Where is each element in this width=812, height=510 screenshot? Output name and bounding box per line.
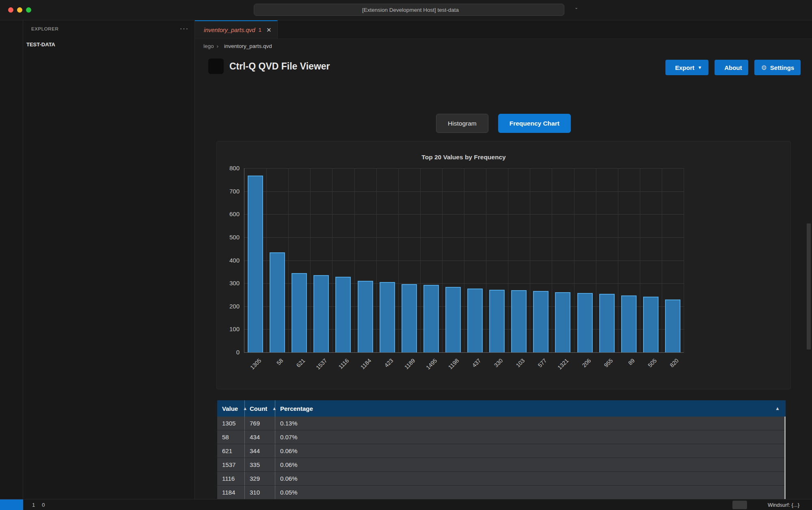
header-sort-icon[interactable]: ▲ [775,400,780,417]
column-label: Percentage [280,405,313,412]
y-tick-label: 200 [221,303,240,310]
bar-1305[interactable] [248,176,263,352]
x-tick-label: 1198 [435,357,460,382]
table-row[interactable]: 13057690.13% [217,417,786,430]
gridline-v [508,168,508,352]
table-row[interactable]: 11843100.05% [217,486,786,499]
editor-area: inventory_parts.qvd 1 ✕ lego › inventory… [195,20,812,499]
bar-621[interactable] [292,273,307,352]
warning-count: 0 [42,502,45,508]
bar-206[interactable] [577,293,593,352]
bar-820[interactable] [665,299,680,352]
about-button[interactable]: About [715,60,748,75]
table-row[interactable]: 6213440.06% [217,444,786,458]
bar-1495[interactable] [423,285,439,352]
bar-1116[interactable] [335,277,351,352]
gridline-v [684,168,684,352]
gridline-v [398,168,399,352]
gridline-v [530,168,530,352]
bar-955[interactable] [599,294,615,352]
minimize-window-button[interactable] [17,7,22,13]
bar-1198[interactable] [445,287,461,352]
column-header-percentage[interactable]: Percentage [275,400,786,417]
breadcrumb-file[interactable]: inventory_parts.qvd [224,43,272,49]
error-count: 1 [32,502,35,508]
windsurf-status[interactable]: Windsurf: {...} [768,502,799,508]
gridline-v [596,168,596,352]
gridline-v [640,168,640,352]
bar-505[interactable] [643,297,659,352]
search-text: [Extension Development Host] test-data [362,7,459,13]
editor-scrollbar[interactable] [807,224,811,349]
x-tick-label: 955 [589,357,614,382]
bar-chart [244,168,684,353]
webview-content: Ctrl-Q QVD File Viewer Export ▼ About ⚙ … [195,53,812,499]
x-tick-label: 1305 [238,357,263,382]
gridline-v [486,168,486,352]
explorer-sidebar: EXPLORER ··· TEST-DATA [23,20,195,499]
x-tick-label: 423 [369,357,394,382]
table-cell: 0.07% [275,430,786,444]
table-cell: 434 [245,430,275,444]
assistant-menu[interactable]: ⌄ [573,5,578,10]
tab-inventory-parts[interactable]: inventory_parts.qvd 1 ✕ [195,20,278,39]
y-tick-label: 500 [221,234,240,241]
gridline-v [266,168,267,352]
zoom-status-button[interactable] [732,501,747,509]
titlebar: [Extension Development Host] test-data ⌄ [0,0,812,20]
x-tick-label: 820 [655,357,680,382]
breadcrumb-folder[interactable]: lego [203,43,214,49]
settings-button[interactable]: ⚙ Settings [754,60,801,75]
gridline-v [464,168,464,352]
bar-1537[interactable] [313,275,329,352]
table-row[interactable]: 15373350.06% [217,458,786,472]
activity-bar [0,20,23,499]
x-tick-label: 505 [633,357,658,382]
gridline-v [288,168,289,352]
bar-423[interactable] [380,282,395,352]
x-tick-label: 1189 [391,357,416,382]
table-scrollbar[interactable] [784,417,786,499]
table-row[interactable]: 584340.07% [217,430,786,444]
ctrlq-logo [208,59,224,74]
close-window-button[interactable] [8,7,13,13]
close-tab-icon[interactable]: ✕ [266,26,272,34]
table-header: Value▲Count▲Percentage▲ [217,400,786,417]
table-row[interactable]: 11163290.06% [217,472,786,486]
gridline-v [354,168,355,352]
chart-title: Top 20 Values by Frequency [244,154,683,161]
bar-103[interactable] [511,290,527,352]
bar-1321[interactable] [555,292,570,352]
command-center-search[interactable]: [Extension Development Host] test-data [254,4,564,16]
maximize-window-button[interactable] [26,7,31,13]
bar-1189[interactable] [402,284,417,352]
problems-indicator[interactable]: 1 0 [23,502,45,508]
bar-58[interactable] [270,252,285,352]
table-cell: 1116 [217,472,245,485]
bar-89[interactable] [621,295,637,352]
column-header-count[interactable]: Count▲ [245,400,275,417]
workspace-section-header[interactable]: TEST-DATA [23,37,194,51]
explorer-title: EXPLORER [31,26,58,31]
export-button[interactable]: Export ▼ [665,60,708,75]
y-tick-label: 400 [221,257,240,264]
bar-577[interactable] [533,291,549,352]
column-header-value[interactable]: Value▲ [217,400,245,417]
remote-indicator[interactable] [0,499,23,510]
gridline-v [552,168,552,352]
table-cell: 769 [245,417,275,430]
gridline-v [310,168,311,352]
table-body: 13057690.13%584340.07%6213440.06%1537335… [217,417,786,499]
x-tick-label: 103 [501,357,526,382]
bar-330[interactable] [489,290,505,352]
table-cell: 58 [217,430,245,444]
gridline-v [420,168,421,352]
x-tick-label: 330 [479,357,504,382]
explorer-more-button[interactable]: ··· [180,25,189,33]
histogram-button[interactable]: Histogram [436,114,488,133]
bar-1184[interactable] [358,281,373,352]
frequency-chart-button[interactable]: Frequency Chart [498,114,571,133]
gridline-v [662,168,662,352]
status-bar: 1 0 Windsurf: {...} [0,499,812,510]
bar-437[interactable] [467,289,483,352]
